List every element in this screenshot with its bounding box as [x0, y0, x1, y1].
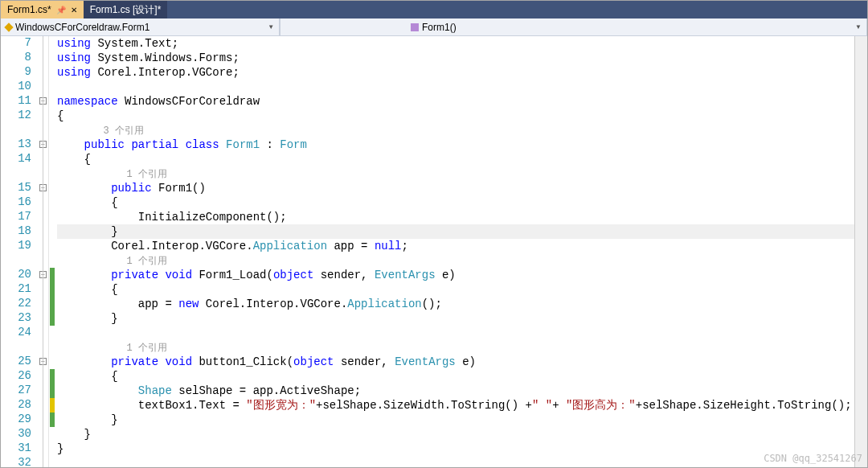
- nav-class-text: WindowsCForCoreldraw.Form1: [15, 22, 149, 33]
- watermark: CSDN @qq_32541267: [764, 453, 862, 464]
- line-number: 17: [1, 210, 31, 224]
- code-line[interactable]: {: [57, 195, 854, 210]
- code-line[interactable]: 3 个引用: [57, 123, 854, 138]
- tab-form1-designer[interactable]: Form1.cs [设计]*: [84, 1, 168, 18]
- tab-form1-cs[interactable]: Form1.cs* 📌 ✕: [1, 1, 84, 18]
- line-number: 18: [1, 224, 31, 239]
- code-line[interactable]: app = new Corel.Interop.VGCore.Applicati…: [57, 297, 854, 311]
- change-marker: [50, 369, 55, 384]
- change-marker: [50, 297, 55, 311]
- code-text-area[interactable]: using System.Text;using System.Windows.F…: [55, 36, 854, 467]
- line-number: 27: [1, 384, 31, 398]
- ide-window: Form1.cs* 📌 ✕ Form1.cs [设计]* WindowsCFor…: [0, 0, 868, 468]
- code-line[interactable]: }: [57, 413, 854, 427]
- class-icon: [4, 23, 13, 31]
- chevron-down-icon: ▼: [268, 23, 274, 31]
- line-number-gutter: 7891011121314151617181920212223242526272…: [1, 36, 38, 467]
- code-line[interactable]: {: [57, 152, 854, 166]
- code-line[interactable]: using System.Windows.Forms;: [57, 51, 854, 65]
- line-number: [1, 253, 31, 268]
- line-number: 30: [1, 427, 31, 441]
- change-marker: [50, 398, 55, 413]
- code-line[interactable]: Corel.Interop.VGCore.Application app = n…: [57, 239, 854, 253]
- change-gutter: [49, 36, 55, 467]
- code-line[interactable]: {: [57, 282, 854, 297]
- line-number: 19: [1, 239, 31, 253]
- change-marker: [50, 311, 55, 326]
- line-number: 32: [1, 456, 31, 467]
- outlining-gutter: −−−−−: [38, 36, 49, 467]
- line-number: 15: [1, 181, 31, 195]
- change-marker: [50, 384, 55, 398]
- nav-scope-member[interactable]: Form1() ▼: [406, 18, 867, 35]
- code-line[interactable]: 1 个引用: [57, 166, 854, 181]
- line-number: [1, 340, 31, 355]
- code-editor[interactable]: 7891011121314151617181920212223242526272…: [1, 36, 867, 467]
- navigation-bar: WindowsCForCoreldraw.Form1 ▼ Form1() ▼: [1, 18, 867, 36]
- codelens-references[interactable]: 3 个引用: [57, 125, 144, 137]
- code-line[interactable]: using System.Text;: [57, 36, 854, 51]
- code-line[interactable]: InitializeComponent();: [57, 210, 854, 224]
- code-line[interactable]: }: [57, 427, 854, 441]
- code-line[interactable]: public Form1(): [57, 181, 854, 195]
- code-line[interactable]: private void button1_Click(object sender…: [57, 355, 854, 369]
- line-number: 8: [1, 51, 31, 65]
- code-line[interactable]: using Corel.Interop.VGCore;: [57, 65, 854, 80]
- line-number: 11: [1, 94, 31, 109]
- line-number: 24: [1, 326, 31, 340]
- line-number: 20: [1, 268, 31, 282]
- line-number: 9: [1, 65, 31, 80]
- line-number: 23: [1, 311, 31, 326]
- line-number: 21: [1, 282, 31, 297]
- document-tabstrip: Form1.cs* 📌 ✕ Form1.cs [设计]*: [1, 1, 867, 18]
- code-line[interactable]: Shape selShape = app.ActiveShape;: [57, 384, 854, 398]
- code-line[interactable]: 1 个引用: [57, 340, 854, 355]
- line-number: 12: [1, 109, 31, 123]
- line-number: [1, 123, 31, 138]
- change-marker: [50, 413, 55, 427]
- nav-splitter[interactable]: [280, 18, 406, 35]
- codelens-references[interactable]: 1 个引用: [57, 343, 167, 354]
- line-number: 22: [1, 297, 31, 311]
- code-line[interactable]: private void Form1_Load(object sender, E…: [57, 268, 854, 282]
- tab-label: Form1.cs [设计]*: [90, 3, 162, 17]
- vertical-scrollbar[interactable]: [854, 36, 867, 467]
- nav-member-text: Form1(): [422, 22, 457, 33]
- code-line[interactable]: textBox1.Text = "图形宽为："+selShape.SizeWid…: [57, 398, 854, 413]
- line-number: 29: [1, 413, 31, 427]
- code-line[interactable]: [57, 80, 854, 94]
- line-number: 14: [1, 152, 31, 166]
- code-line[interactable]: }: [57, 441, 854, 456]
- change-marker: [50, 282, 55, 297]
- code-line[interactable]: {: [57, 369, 854, 384]
- code-line[interactable]: {: [57, 109, 854, 123]
- change-marker: [50, 268, 55, 282]
- method-icon: [411, 23, 419, 31]
- pin-icon[interactable]: 📌: [56, 6, 66, 14]
- tab-label: Form1.cs*: [7, 4, 51, 15]
- line-number: 7: [1, 36, 31, 51]
- code-line[interactable]: namespace WindowsCForCoreldraw: [57, 94, 854, 109]
- code-line[interactable]: }: [57, 224, 854, 239]
- codelens-references[interactable]: 1 个引用: [57, 256, 167, 267]
- line-number: 13: [1, 138, 31, 152]
- code-line[interactable]: [57, 326, 854, 340]
- nav-scope-class[interactable]: WindowsCForCoreldraw.Form1 ▼: [1, 18, 280, 35]
- close-icon[interactable]: ✕: [71, 6, 77, 14]
- code-line[interactable]: public partial class Form1 : Form: [57, 138, 854, 152]
- line-number: 26: [1, 369, 31, 384]
- line-number: 31: [1, 441, 31, 456]
- line-number: 16: [1, 195, 31, 210]
- codelens-references[interactable]: 1 个引用: [57, 169, 167, 180]
- line-number: 28: [1, 398, 31, 413]
- line-number: 10: [1, 80, 31, 94]
- chevron-down-icon: ▼: [855, 23, 862, 31]
- line-number: 25: [1, 355, 31, 369]
- code-line[interactable]: [57, 456, 854, 467]
- line-number: [1, 166, 31, 181]
- code-line[interactable]: 1 个引用: [57, 253, 854, 268]
- code-line[interactable]: }: [57, 311, 854, 326]
